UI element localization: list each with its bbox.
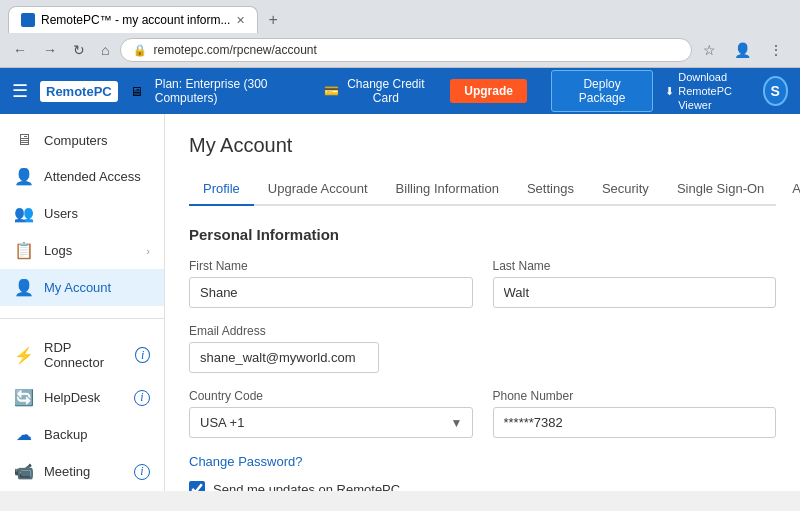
- browser-chrome: RemotePC™ - my account inform... ✕ + ← →…: [0, 0, 800, 68]
- tabs-bar: Profile Upgrade Account Billing Informat…: [189, 173, 776, 206]
- section-title: Personal Information: [189, 226, 776, 243]
- top-nav: ☰ RemotePC 🖥 Plan: Enterprise (300 Compu…: [0, 68, 800, 114]
- refresh-button[interactable]: ↻: [68, 40, 90, 60]
- upgrade-button[interactable]: Upgrade: [450, 79, 527, 103]
- tab-upgrade[interactable]: Upgrade Account: [254, 173, 382, 206]
- more-button[interactable]: ⋮: [764, 40, 788, 60]
- sidebar-item-myaccount[interactable]: 👤 My Account: [0, 269, 164, 306]
- change-cc-icon: 💳: [324, 84, 339, 98]
- country-select[interactable]: USA +1 UK +44 India +91: [189, 407, 473, 438]
- email-row: Email Address: [189, 324, 776, 373]
- content-area: My Account Profile Upgrade Account Billi…: [165, 114, 800, 491]
- tab-apikeys[interactable]: API Keys: [778, 173, 800, 206]
- helpdesk-help-icon[interactable]: i: [134, 390, 150, 406]
- logo: RemotePC: [40, 81, 118, 102]
- first-name-input[interactable]: [189, 277, 473, 308]
- sidebar-item-logs[interactable]: 📋 Logs ›: [0, 232, 164, 269]
- country-group: Country Code USA +1 UK +44 India +91 ▼: [189, 389, 473, 438]
- lock-icon: 🔒: [133, 44, 147, 57]
- sidebar-item-attended[interactable]: 👤 Attended Access: [0, 158, 164, 195]
- sidebar-main-section: 🖥 Computers 👤 Attended Access 👥 Users 📋 …: [0, 114, 164, 314]
- sidebar-item-meeting[interactable]: 📹 Meeting i: [0, 453, 164, 490]
- backup-icon: ☁: [14, 425, 34, 444]
- address-input[interactable]: 🔒 remotepc.com/rpcnew/account: [120, 38, 692, 62]
- computers-icon: 🖥: [14, 131, 34, 149]
- change-password-link[interactable]: Change Password?: [189, 454, 302, 469]
- change-cc-button[interactable]: 💳 Change Credit Card: [314, 72, 438, 110]
- profile-button[interactable]: 👤: [729, 40, 756, 60]
- email-label: Email Address: [189, 324, 379, 338]
- logs-icon: 📋: [14, 241, 34, 260]
- main-layout: 🖥 Computers 👤 Attended Access 👥 Users 📋 …: [0, 114, 800, 491]
- phone-row: Country Code USA +1 UK +44 India +91 ▼ P…: [189, 389, 776, 438]
- meeting-help-icon[interactable]: i: [134, 464, 150, 480]
- phone-group: Phone Number: [493, 389, 777, 438]
- updates-checkbox-row: Send me updates on RemotePC: [189, 481, 776, 491]
- tab-sso[interactable]: Single Sign-On: [663, 173, 778, 206]
- home-button[interactable]: ⌂: [96, 40, 114, 60]
- last-name-label: Last Name: [493, 259, 777, 273]
- logs-chevron: ›: [146, 245, 150, 257]
- last-name-input[interactable]: [493, 277, 777, 308]
- first-name-group: First Name: [189, 259, 473, 308]
- tab-profile[interactable]: Profile: [189, 173, 254, 206]
- tab-close-btn[interactable]: ✕: [236, 14, 245, 27]
- sidebar-item-backup[interactable]: ☁ Backup: [0, 416, 164, 453]
- sidebar-item-helpdesk[interactable]: 🔄 HelpDesk i: [0, 379, 164, 416]
- country-label: Country Code: [189, 389, 473, 403]
- download-icon: ⬇: [665, 84, 674, 98]
- users-icon: 👥: [14, 204, 34, 223]
- helpdesk-icon: 🔄: [14, 388, 34, 407]
- new-tab-button[interactable]: +: [262, 9, 283, 31]
- deploy-package-button[interactable]: Deploy Package: [551, 70, 653, 112]
- tab-security[interactable]: Security: [588, 173, 663, 206]
- email-group: Email Address: [189, 324, 379, 373]
- attended-icon: 👤: [14, 167, 34, 186]
- sidebar-bottom-section: ⚡ RDP Connector i 🔄 HelpDesk i ☁ Backup …: [0, 323, 164, 491]
- content-inner: My Account Profile Upgrade Account Billi…: [165, 114, 800, 491]
- rdp-help-icon[interactable]: i: [135, 347, 150, 363]
- back-button[interactable]: ←: [8, 40, 32, 60]
- address-bar: ← → ↻ ⌂ 🔒 remotepc.com/rpcnew/account ☆ …: [0, 33, 800, 67]
- country-select-wrap: USA +1 UK +44 India +91 ▼: [189, 407, 473, 438]
- star-button[interactable]: ☆: [698, 40, 721, 60]
- tab-title: RemotePC™ - my account inform...: [41, 13, 230, 27]
- hamburger-button[interactable]: ☰: [12, 80, 28, 102]
- download-viewer-button[interactable]: ⬇ Download RemotePC Viewer: [665, 70, 750, 113]
- phone-label: Phone Number: [493, 389, 777, 403]
- sidebar-item-users[interactable]: 👥 Users: [0, 195, 164, 232]
- phone-input[interactable]: [493, 407, 777, 438]
- browser-tab[interactable]: RemotePC™ - my account inform... ✕: [8, 6, 258, 33]
- plan-label: Plan: Enterprise (300 Computers): [155, 77, 303, 105]
- tab-favicon: [21, 13, 35, 27]
- updates-label: Send me updates on RemotePC: [213, 482, 400, 492]
- user-avatar[interactable]: S: [763, 76, 788, 106]
- plan-icon: 🖥: [130, 84, 143, 99]
- sidebar-item-rdp[interactable]: ⚡ RDP Connector i: [0, 331, 164, 379]
- name-row: First Name Last Name: [189, 259, 776, 308]
- tab-billing[interactable]: Billing Information: [382, 173, 513, 206]
- meeting-icon: 📹: [14, 462, 34, 481]
- rdp-icon: ⚡: [14, 346, 34, 365]
- app-container: ☰ RemotePC 🖥 Plan: Enterprise (300 Compu…: [0, 68, 800, 491]
- tab-settings[interactable]: Settings: [513, 173, 588, 206]
- updates-checkbox[interactable]: [189, 481, 205, 491]
- first-name-label: First Name: [189, 259, 473, 273]
- last-name-group: Last Name: [493, 259, 777, 308]
- address-text: remotepc.com/rpcnew/account: [153, 43, 316, 57]
- sidebar-divider: [0, 318, 164, 319]
- email-input[interactable]: [189, 342, 379, 373]
- sidebar: 🖥 Computers 👤 Attended Access 👥 Users 📋 …: [0, 114, 165, 491]
- toolbar-right: ☆ 👤 ⋮: [698, 40, 792, 60]
- tab-bar: RemotePC™ - my account inform... ✕ +: [0, 0, 800, 33]
- logo-area: RemotePC: [40, 81, 118, 102]
- forward-button[interactable]: →: [38, 40, 62, 60]
- myaccount-icon: 👤: [14, 278, 34, 297]
- page-title: My Account: [189, 134, 776, 157]
- sidebar-item-computers[interactable]: 🖥 Computers: [0, 122, 164, 158]
